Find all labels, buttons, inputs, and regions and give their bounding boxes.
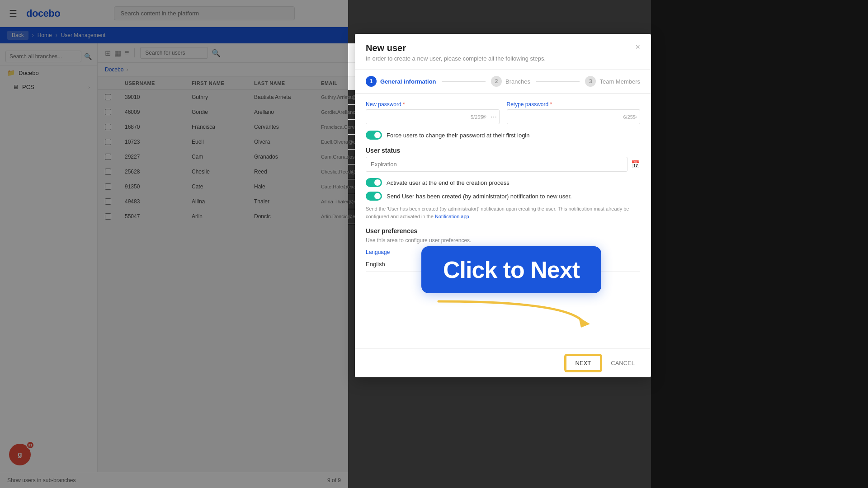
- expiration-row: 📅: [366, 157, 640, 172]
- user-status-title: User status: [366, 147, 640, 154]
- step-2-circle: 2: [491, 76, 502, 87]
- overlay-dim: [0, 0, 348, 488]
- modal-subtitle: In order to create a new user, please co…: [366, 55, 546, 62]
- password-row: New password * 5/255 👁 ⋯ Retype password…: [366, 101, 640, 124]
- step-2-label: Branches: [505, 78, 530, 85]
- retype-password-group: Retype password * 6/255 ⋯: [507, 101, 641, 124]
- activate-label: Activate user at the end of the creation…: [387, 179, 509, 186]
- calendar-icon[interactable]: 📅: [631, 160, 640, 169]
- right-dim: [651, 0, 868, 488]
- activate-row: Activate user at the end of the creation…: [366, 178, 640, 187]
- preferences-title: User preferences: [366, 227, 640, 235]
- preferences-desc: Use this area to configure user preferen…: [366, 237, 640, 244]
- retype-password-label: Retype password *: [507, 101, 641, 108]
- step-connector-1: [442, 81, 486, 82]
- step-3-label: Team Members: [599, 78, 640, 85]
- new-password-wrap: 5/255 👁 ⋯: [366, 109, 500, 124]
- force-change-toggle[interactable]: [366, 131, 382, 140]
- modal-header: New user In order to create a new user, …: [355, 34, 651, 70]
- modal-close-button[interactable]: ×: [635, 43, 640, 51]
- arrow-container: [411, 297, 601, 338]
- send-notif-label: Send User has been created (by administr…: [387, 193, 572, 200]
- modal-stepper: 1 General information 2 Branches 3 Team …: [355, 70, 651, 94]
- new-password-group: New password * 5/255 👁 ⋯: [366, 101, 500, 124]
- step-3: 3 Team Members: [585, 76, 640, 87]
- password-eye-icon[interactable]: 👁: [481, 113, 487, 121]
- notification-app-link[interactable]: Notification app: [435, 214, 469, 219]
- svg-marker-0: [579, 317, 590, 328]
- step-1: 1 General information: [366, 76, 436, 87]
- password-icon[interactable]: ⋯: [491, 113, 497, 121]
- step-1-label: General information: [380, 78, 436, 85]
- required-marker-2: *: [550, 101, 552, 108]
- modal-title: New user: [366, 43, 546, 53]
- next-button[interactable]: NEXT: [566, 355, 601, 371]
- send-notif-toggle[interactable]: [366, 192, 382, 201]
- cancel-button[interactable]: CANCEL: [605, 356, 640, 370]
- force-change-label: Force users to change their password at …: [387, 132, 529, 139]
- step-connector-2: [536, 81, 580, 82]
- click-to-next-box: Click to Next: [421, 246, 601, 293]
- step-2: 2 Branches: [491, 76, 530, 87]
- new-password-label: New password *: [366, 101, 500, 108]
- force-change-row: Force users to change their password at …: [366, 131, 640, 140]
- step-1-circle: 1: [366, 76, 377, 87]
- retype-password-input[interactable]: [507, 109, 641, 124]
- modal-footer: NEXT CANCEL: [355, 348, 651, 377]
- step-3-circle: 3: [585, 76, 596, 87]
- arrow-icon: [429, 297, 601, 335]
- retype-icon[interactable]: ⋯: [631, 113, 637, 121]
- activate-toggle[interactable]: [366, 178, 382, 187]
- expiration-input[interactable]: [366, 157, 627, 172]
- send-notif-row: Send User has been created (by administr…: [366, 192, 640, 201]
- retype-password-wrap: 6/255 ⋯: [507, 109, 641, 124]
- click-to-next-overlay: Click to Next: [411, 246, 601, 338]
- notif-description: Send the 'User has been created (by admi…: [366, 205, 640, 220]
- required-marker: *: [403, 101, 405, 108]
- modal-title-block: New user In order to create a new user, …: [366, 43, 546, 62]
